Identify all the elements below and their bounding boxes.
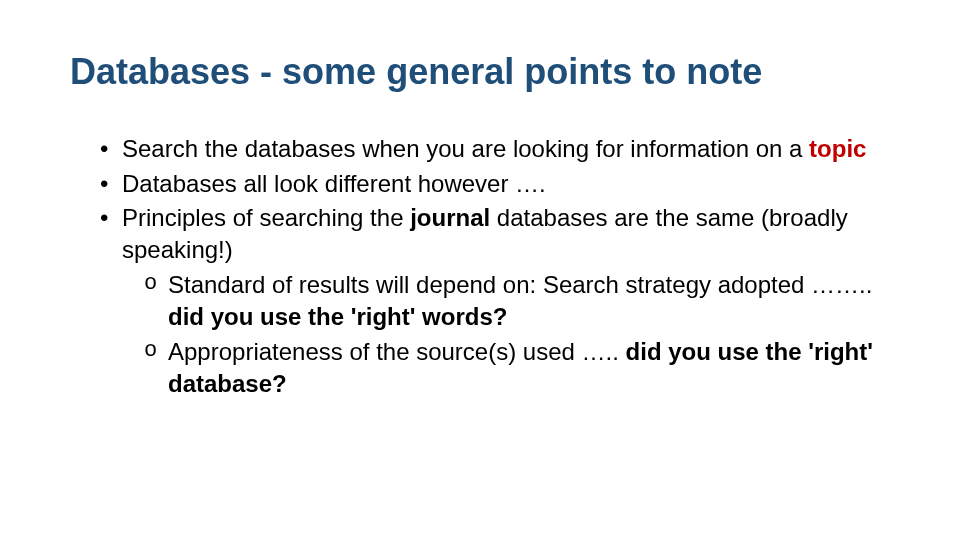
journal-word: journal <box>410 204 490 231</box>
sub-text: Standard of results will depend on: Sear… <box>168 271 872 298</box>
bullet-text: Search the databases when you are lookin… <box>122 135 809 162</box>
sub-text: Appropriateness of the source(s) used ….… <box>168 338 626 365</box>
slide-title: Databases - some general points to note <box>70 50 890 93</box>
sub-item: Standard of results will depend on: Sear… <box>144 269 890 334</box>
topic-word: topic <box>809 135 866 162</box>
bullet-text: Principles of searching the <box>122 204 410 231</box>
sub-item: Appropriateness of the source(s) used ….… <box>144 336 890 401</box>
bullet-item: Databases all look different however …. <box>100 168 890 200</box>
sub-list: Standard of results will depend on: Sear… <box>122 269 890 401</box>
bullet-item: Search the databases when you are lookin… <box>100 133 890 165</box>
bullet-list: Search the databases when you are lookin… <box>70 133 890 400</box>
bullet-text: Databases all look different however …. <box>122 170 546 197</box>
sub-bold: did you use the 'right' words? <box>168 303 507 330</box>
slide: Databases - some general points to note … <box>0 0 960 540</box>
bullet-item: Principles of searching the journal data… <box>100 202 890 400</box>
